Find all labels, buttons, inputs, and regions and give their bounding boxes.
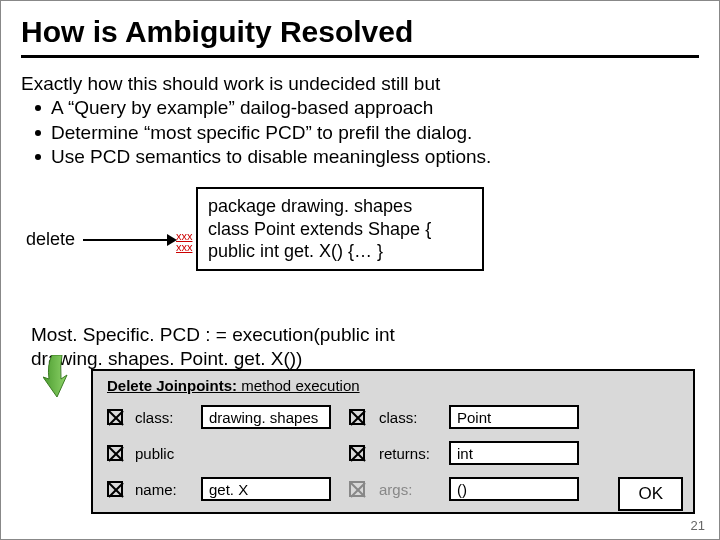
input-args[interactable]: () <box>449 477 579 501</box>
checkbox-name[interactable] <box>107 481 123 497</box>
intro-text: Exactly how this should work is undecide… <box>21 72 699 96</box>
checkbox-returns[interactable] <box>349 445 365 461</box>
delete-joinpoints-dialog: Delete Joinpoints: method execution clas… <box>91 369 695 514</box>
label-class: class: <box>135 409 193 426</box>
label-name: name: <box>135 481 193 498</box>
ok-button[interactable]: OK <box>618 477 683 511</box>
checkbox-class-name[interactable] <box>349 409 365 425</box>
code-box: package drawing. shapes class Point exte… <box>196 187 484 271</box>
page-number: 21 <box>691 518 705 533</box>
pcd-line: Most. Specific. PCD : = execution(public… <box>31 323 651 347</box>
pcd-line: drawing. shapes. Point. get. X()) <box>31 347 651 371</box>
bullet-dot-icon <box>35 154 41 160</box>
bullet-2: Determine “most specific PCD” to prefil … <box>21 121 699 145</box>
diagram-row: delete xxx xxx package drawing. shapes c… <box>21 187 699 283</box>
delete-label: delete <box>26 229 75 250</box>
bullet-1: A “Query by example” dailog-based approa… <box>21 96 699 120</box>
checkbox-class-package[interactable] <box>107 409 123 425</box>
bullet-dot-icon <box>35 105 41 111</box>
bullet-dot-icon <box>35 130 41 136</box>
input-class-name[interactable]: Point <box>449 405 579 429</box>
dialog-title: Delete Joinpoints: method execution <box>107 377 683 394</box>
code-line: package drawing. shapes <box>208 195 472 218</box>
label-returns: returns: <box>379 445 441 462</box>
slide-title: How is Ambiguity Resolved <box>21 13 699 58</box>
bullet-text: Determine “most specific PCD” to prefil … <box>51 121 699 145</box>
slide: How is Ambiguity Resolved Exactly how th… <box>0 0 720 540</box>
input-class-package[interactable]: drawing. shapes <box>201 405 331 429</box>
dialog-title-bold: Delete Joinpoints: <box>107 377 237 394</box>
down-arrow-icon <box>43 355 71 397</box>
arrow-icon <box>83 239 169 241</box>
label-public: public <box>135 445 193 462</box>
code-line: public int get. X() {… } <box>208 240 472 263</box>
checkbox-args[interactable] <box>349 481 365 497</box>
input-name[interactable]: get. X <box>201 477 331 501</box>
code-line: class Point extends Shape { <box>208 218 472 241</box>
bullet-3: Use PCD semantics to disable meaningless… <box>21 145 699 169</box>
bullet-text: Use PCD semantics to disable meaningless… <box>51 145 699 169</box>
label-args: args: <box>379 481 441 498</box>
bullet-text: A “Query by example” dailog-based approa… <box>51 96 699 120</box>
checkbox-public[interactable] <box>107 445 123 461</box>
code-glyph-icon: xxx xxx <box>176 231 193 253</box>
pcd-text: Most. Specific. PCD : = execution(public… <box>31 323 651 371</box>
label-class: class: <box>379 409 441 426</box>
dialog-grid: class: drawing. shapes class: Point publ… <box>107 402 683 504</box>
input-returns[interactable]: int <box>449 441 579 465</box>
dialog-title-rest: method execution <box>237 377 360 394</box>
